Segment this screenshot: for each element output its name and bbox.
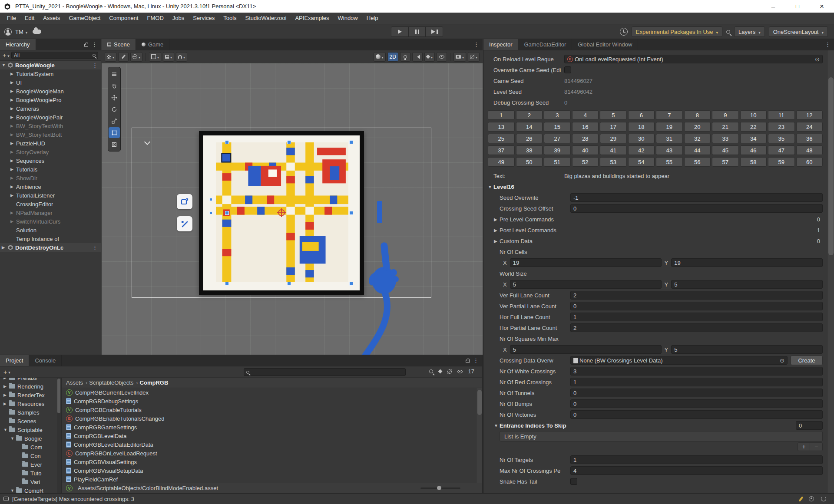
expand-arrow-icon[interactable] xyxy=(10,141,16,145)
expand-arrow-icon[interactable] xyxy=(3,384,9,389)
expand-arrow-icon[interactable] xyxy=(10,211,16,215)
folder-item[interactable]: Ever xyxy=(0,460,61,469)
undo-history-icon[interactable] xyxy=(620,28,628,36)
level-button[interactable]: 32 xyxy=(684,134,711,143)
project-search-input[interactable] xyxy=(244,368,406,376)
value-field[interactable]: 1 xyxy=(570,455,823,464)
menu-item[interactable]: File xyxy=(3,13,20,24)
level-button[interactable]: 22 xyxy=(740,122,767,132)
folder-item[interactable]: CompR xyxy=(0,486,61,493)
level-button[interactable]: 3 xyxy=(544,110,571,120)
file-item[interactable]: CompRGBEnableTutorialsChanged xyxy=(62,414,476,423)
level-button[interactable]: 20 xyxy=(684,122,711,132)
hierarchy-item[interactable]: BoogieWoogiePro xyxy=(0,96,101,104)
level-button[interactable]: 27 xyxy=(544,134,571,143)
hierarchy-item[interactable]: Tutorials xyxy=(0,165,101,174)
level-button[interactable]: 37 xyxy=(488,145,515,155)
expand-arrow-icon[interactable] xyxy=(3,378,9,380)
x-field[interactable]: 5 xyxy=(510,280,662,289)
console-log-icon[interactable] xyxy=(3,497,9,501)
level-button[interactable]: 39 xyxy=(544,145,571,155)
file-item[interactable]: CompRGBVisualSetupData xyxy=(62,466,476,475)
tool-settings-button[interactable] xyxy=(105,52,116,62)
hierarchy-item[interactable]: StoryOverlay xyxy=(0,148,101,156)
tab-game[interactable]: Game xyxy=(136,39,169,50)
menu-item[interactable]: FMOD xyxy=(143,13,168,24)
level-button[interactable]: 12 xyxy=(796,110,823,120)
rect-tool-button[interactable] xyxy=(109,127,120,138)
tab-scene[interactable]: Scene xyxy=(102,39,136,50)
level-button[interactable]: 34 xyxy=(740,134,767,143)
search-by-type-icon[interactable] xyxy=(429,369,433,373)
y-field[interactable]: 5 xyxy=(671,345,823,354)
expand-arrow-icon[interactable] xyxy=(10,80,16,85)
selection-handle[interactable] xyxy=(287,140,291,144)
array-size-value[interactable]: 0 xyxy=(817,216,823,223)
level-button[interactable]: 57 xyxy=(712,157,739,167)
level-button[interactable]: 59 xyxy=(768,157,795,167)
level-button[interactable]: 42 xyxy=(628,145,655,155)
activity-progress-icon[interactable] xyxy=(821,496,826,501)
hierarchy-item[interactable]: Cameras xyxy=(0,104,101,113)
expand-arrow-icon[interactable] xyxy=(10,176,16,180)
level-button[interactable]: 24 xyxy=(796,122,823,132)
create-object-button[interactable] xyxy=(3,52,10,59)
overlay-menu-handle[interactable] xyxy=(109,69,120,79)
file-item[interactable]: CompRGBEnableTutorials xyxy=(62,405,476,414)
level-button[interactable]: 33 xyxy=(712,134,739,143)
level-button[interactable]: 36 xyxy=(796,134,823,143)
folder-item[interactable]: Samples xyxy=(0,408,61,417)
expand-arrow-icon[interactable] xyxy=(10,89,16,93)
level-button[interactable]: 23 xyxy=(768,122,795,132)
file-item[interactable]: CompRGBLevelDataEditorData xyxy=(62,440,476,449)
foldout-arrow-icon[interactable] xyxy=(494,239,500,244)
foldout-arrow-icon[interactable] xyxy=(488,184,493,189)
y-field[interactable]: 19 xyxy=(671,258,823,267)
hierarchy-item[interactable]: NPadManager xyxy=(0,208,101,217)
level-button[interactable]: 45 xyxy=(712,145,739,155)
level-button[interactable]: 19 xyxy=(656,122,683,132)
draw-edit-button[interactable] xyxy=(177,216,192,231)
value-field[interactable]: 2 xyxy=(570,323,823,332)
foldout-arrow-icon[interactable] xyxy=(494,217,500,222)
menu-item[interactable]: Help xyxy=(362,13,383,24)
expand-arrow-icon[interactable] xyxy=(10,436,16,441)
expand-arrow-icon[interactable] xyxy=(10,219,16,224)
selection-handle[interactable] xyxy=(287,282,291,286)
object-picker-icon[interactable] xyxy=(780,357,784,364)
inspector-scrollbar[interactable] xyxy=(827,50,834,493)
audio-toggle-button[interactable] xyxy=(412,52,423,62)
file-item[interactable]: CompRGBLevelData xyxy=(62,432,476,440)
level-button[interactable]: 29 xyxy=(600,134,627,143)
level-button[interactable]: 53 xyxy=(600,157,627,167)
level-button[interactable]: 52 xyxy=(572,157,599,167)
selection-handle[interactable] xyxy=(349,140,353,144)
folder-item[interactable]: Boogie xyxy=(0,434,61,443)
array-size-value[interactable]: 1 xyxy=(817,227,823,234)
expand-arrow-icon[interactable] xyxy=(10,167,16,171)
pivot-orientation-button[interactable] xyxy=(130,52,142,62)
level-button[interactable]: 30 xyxy=(628,134,655,143)
hierarchy-search-input[interactable]: All xyxy=(11,52,98,59)
expand-arrow-icon[interactable] xyxy=(10,150,16,154)
hierarchy-item[interactable]: TutorialListener xyxy=(0,191,101,200)
value-field[interactable]: -1 xyxy=(570,193,823,202)
draw-mode-button[interactable] xyxy=(118,52,129,62)
level-button[interactable]: 18 xyxy=(628,122,655,132)
expand-arrow-icon[interactable] xyxy=(10,106,16,111)
level-button[interactable]: 40 xyxy=(572,145,599,155)
value-field[interactable]: 3 xyxy=(570,367,823,376)
layers-dropdown[interactable]: Layers xyxy=(734,26,765,37)
rotate-tool-button[interactable] xyxy=(109,104,120,115)
level-button[interactable]: 21 xyxy=(712,122,739,132)
level-button[interactable]: 2 xyxy=(516,110,543,120)
gizmos-dropdown[interactable] xyxy=(468,52,480,62)
array-size-value[interactable]: 0 xyxy=(817,238,823,244)
selection-handle[interactable] xyxy=(349,282,353,286)
menu-item[interactable]: Window xyxy=(334,13,362,24)
remove-element-button[interactable]: − xyxy=(810,443,822,451)
collab-icon[interactable] xyxy=(809,496,814,501)
hierarchy-item[interactable]: PuzzleHUD xyxy=(0,139,101,148)
pause-button[interactable] xyxy=(408,26,426,37)
hierarchy-item[interactable]: BW_StoryTextWith xyxy=(0,122,101,130)
